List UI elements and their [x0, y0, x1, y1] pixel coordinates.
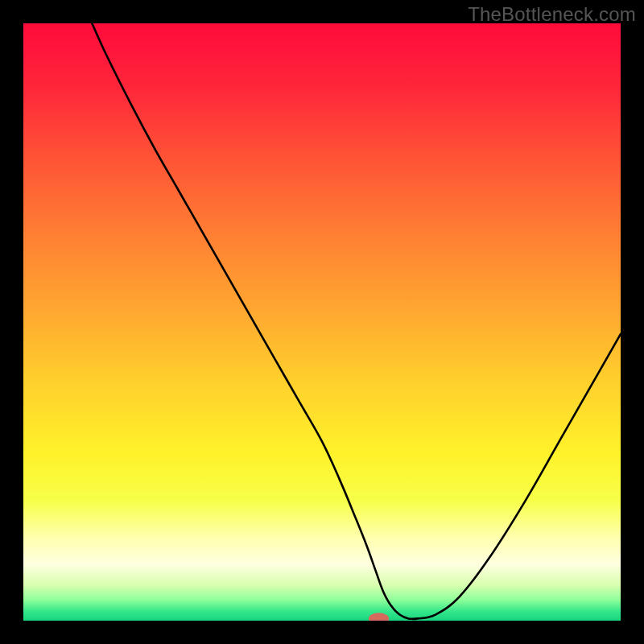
chart-frame: TheBottleneck.com [0, 0, 644, 644]
watermark-text: TheBottleneck.com [468, 3, 636, 26]
bottleneck-chart [23, 23, 621, 621]
gradient-background [23, 23, 621, 621]
plot-area [23, 23, 621, 621]
